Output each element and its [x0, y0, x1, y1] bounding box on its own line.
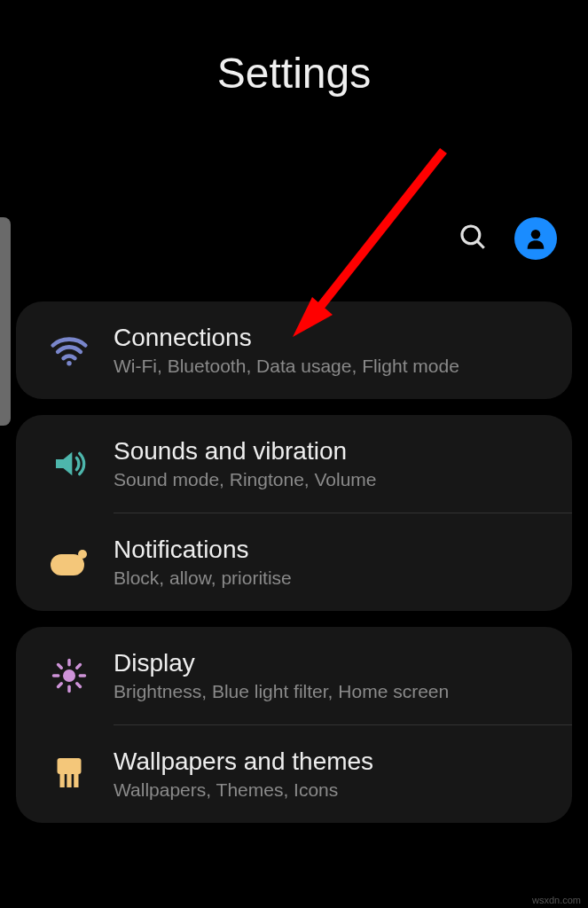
- display-icon: [25, 657, 114, 694]
- wallpaper-icon: [25, 755, 114, 793]
- svg-rect-17: [67, 774, 71, 787]
- svg-line-11: [59, 665, 62, 669]
- settings-item-connections[interactable]: Connections Wi-Fi, Bluetooth, Data usage…: [16, 301, 572, 399]
- settings-list: Connections Wi-Fi, Bluetooth, Data usage…: [16, 301, 572, 839]
- wifi-icon: [25, 331, 114, 370]
- edge-panel-handle[interactable]: [0, 217, 11, 426]
- svg-line-13: [59, 684, 62, 687]
- item-title: Notifications: [114, 536, 554, 564]
- svg-rect-18: [74, 774, 78, 787]
- svg-rect-15: [58, 758, 82, 774]
- settings-item-wallpapers[interactable]: Wallpapers and themes Wallpapers, Themes…: [16, 725, 572, 823]
- item-subtitle: Wi-Fi, Bluetooth, Data usage, Flight mod…: [114, 356, 554, 377]
- page-title: Settings: [0, 49, 588, 98]
- sound-icon: [25, 446, 114, 481]
- settings-item-sounds[interactable]: Sounds and vibration Sound mode, Rington…: [16, 415, 572, 513]
- watermark: wsxdn.com: [532, 895, 581, 905]
- toolbar: [458, 217, 557, 260]
- svg-line-14: [77, 665, 81, 669]
- search-icon[interactable]: [458, 222, 488, 255]
- svg-line-19: [310, 151, 443, 319]
- item-subtitle: Block, allow, prioritise: [114, 568, 554, 589]
- svg-rect-16: [60, 774, 65, 787]
- item-text: Display Brightness, Blue light filter, H…: [114, 649, 554, 702]
- settings-item-display[interactable]: Display Brightness, Blue light filter, H…: [16, 627, 572, 724]
- settings-group: Display Brightness, Blue light filter, H…: [16, 627, 572, 823]
- settings-item-notifications[interactable]: Notifications Block, allow, prioritise: [16, 513, 572, 611]
- item-subtitle: Brightness, Blue light filter, Home scre…: [114, 681, 554, 702]
- item-text: Connections Wi-Fi, Bluetooth, Data usage…: [114, 324, 554, 377]
- item-title: Display: [114, 649, 554, 677]
- notifications-icon: [25, 546, 114, 578]
- svg-point-5: [78, 550, 87, 559]
- svg-line-12: [77, 684, 81, 687]
- header: Settings: [0, 0, 588, 98]
- item-text: Sounds and vibration Sound mode, Rington…: [114, 437, 554, 490]
- item-title: Connections: [114, 324, 554, 352]
- svg-point-3: [67, 361, 72, 366]
- settings-group: Sounds and vibration Sound mode, Rington…: [16, 415, 572, 611]
- svg-rect-4: [51, 554, 84, 575]
- item-subtitle: Sound mode, Ringtone, Volume: [114, 469, 554, 490]
- item-text: Notifications Block, allow, prioritise: [114, 536, 554, 589]
- item-text: Wallpapers and themes Wallpapers, Themes…: [114, 748, 554, 801]
- svg-point-2: [531, 230, 541, 239]
- account-icon[interactable]: [514, 217, 557, 260]
- svg-line-1: [477, 241, 484, 248]
- svg-point-0: [462, 226, 480, 244]
- svg-point-6: [63, 669, 75, 682]
- item-subtitle: Wallpapers, Themes, Icons: [114, 779, 554, 801]
- item-title: Sounds and vibration: [114, 437, 554, 466]
- settings-group: Connections Wi-Fi, Bluetooth, Data usage…: [16, 301, 572, 399]
- item-title: Wallpapers and themes: [114, 748, 554, 776]
